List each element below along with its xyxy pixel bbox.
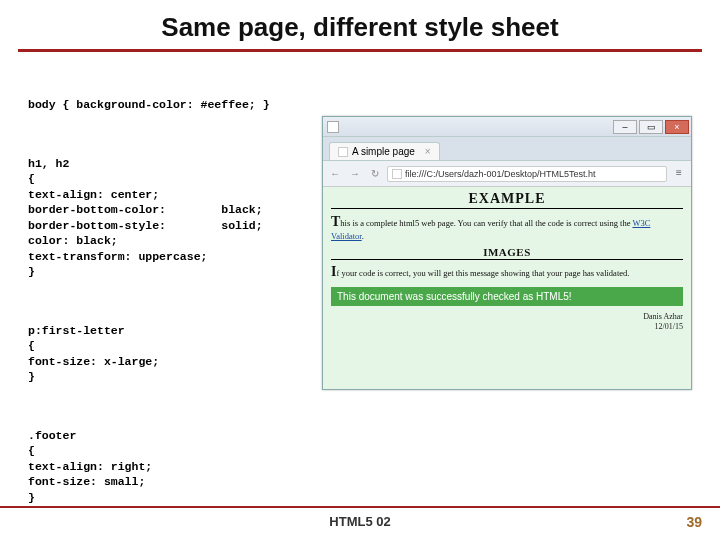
tab-label: A simple page	[352, 146, 415, 157]
slide-footer-label: HTML5 02	[329, 514, 390, 529]
footer-name: Danis Azhar	[331, 312, 683, 322]
window-controls: – ▭ ×	[611, 120, 689, 134]
validation-banner: This document was successfully checked a…	[331, 287, 683, 306]
page-footer: Danis Azhar 12/01/15	[331, 312, 683, 331]
page-paragraph-2: If your code is correct, you will get th…	[331, 263, 683, 281]
maximize-button[interactable]: ▭	[639, 120, 663, 134]
address-text: file:///C:/Users/dazh-001/Desktop/HTML5T…	[405, 169, 596, 179]
browser-tab[interactable]: A simple page ×	[329, 142, 440, 160]
address-bar[interactable]: file:///C:/Users/dazh-001/Desktop/HTML5T…	[387, 166, 667, 182]
minimize-button[interactable]: –	[613, 120, 637, 134]
browser-titlebar: – ▭ ×	[323, 117, 691, 137]
slide-number: 39	[686, 514, 702, 530]
p1-end: .	[362, 231, 364, 241]
favicon-icon	[338, 147, 348, 157]
page-heading-example: EXAMPLE	[331, 191, 683, 209]
slide: Same page, different style sheet body { …	[0, 0, 720, 540]
back-button[interactable]: ←	[327, 166, 343, 182]
page-paragraph-1: This is a complete html5 web page. You c…	[331, 213, 683, 242]
slide-footer: HTML5 02 39	[0, 506, 720, 540]
menu-button[interactable]: ≡	[671, 166, 687, 182]
dropcap: T	[331, 214, 340, 229]
p1-text: his is a complete html5 web page. You ca…	[340, 218, 632, 228]
close-button[interactable]: ×	[665, 120, 689, 134]
slide-title: Same page, different style sheet	[18, 0, 702, 52]
forward-button[interactable]: →	[347, 166, 363, 182]
browser-viewport: EXAMPLE This is a complete html5 web pag…	[323, 187, 691, 389]
reload-button[interactable]: ↻	[367, 166, 383, 182]
code-block-body: body { background-color: #eeffee; }	[28, 97, 692, 113]
tab-close-icon[interactable]: ×	[425, 146, 431, 157]
p2-text: f your code is correct, you will get thi…	[336, 268, 629, 278]
file-protocol-icon	[392, 169, 402, 179]
browser-toolbar: ← → ↻ file:///C:/Users/dazh-001/Desktop/…	[323, 161, 691, 187]
page-heading-images: IMAGES	[331, 246, 683, 260]
footer-date: 12/01/15	[331, 322, 683, 332]
browser-window: – ▭ × A simple page × ← → ↻ file:///C:/U…	[322, 116, 692, 390]
browser-tabstrip: A simple page ×	[323, 137, 691, 161]
code-block-footer: .footer { text-align: right; font-size: …	[28, 428, 692, 506]
window-icon	[327, 121, 339, 133]
